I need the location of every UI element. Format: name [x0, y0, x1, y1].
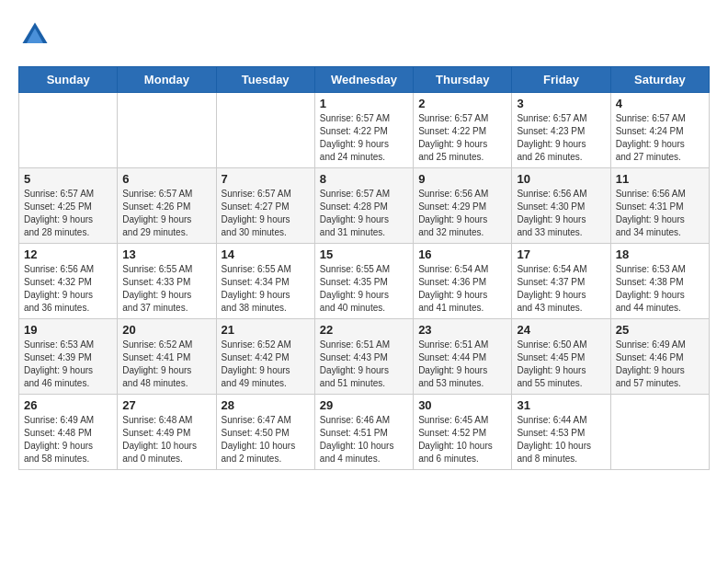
cell-content: Sunrise: 6:52 AMSunset: 4:42 PMDaylight:…	[222, 339, 310, 390]
calendar-cell: 4Sunrise: 6:57 AMSunset: 4:24 PMDaylight…	[610, 93, 709, 168]
day-number: 23	[418, 323, 506, 337]
calendar-cell: 23Sunrise: 6:51 AMSunset: 4:44 PMDayligh…	[414, 319, 512, 395]
day-number: 15	[320, 247, 408, 261]
weekday-header-saturday: Saturday	[610, 67, 709, 93]
calendar-cell	[118, 93, 216, 168]
calendar-cell: 18Sunrise: 6:53 AMSunset: 4:38 PMDayligh…	[610, 244, 709, 319]
calendar-cell: 19Sunrise: 6:53 AMSunset: 4:39 PMDayligh…	[19, 319, 118, 395]
calendar-week-row: 5Sunrise: 6:57 AMSunset: 4:25 PMDaylight…	[19, 168, 710, 244]
cell-content: Sunrise: 6:56 AMSunset: 4:31 PMDaylight:…	[616, 188, 704, 239]
calendar-cell: 31Sunrise: 6:44 AMSunset: 4:53 PMDayligh…	[512, 395, 610, 470]
cell-content: Sunrise: 6:57 AMSunset: 4:23 PMDaylight:…	[517, 112, 605, 164]
cell-content: Sunrise: 6:51 AMSunset: 4:43 PMDaylight:…	[320, 339, 408, 390]
calendar-cell: 11Sunrise: 6:56 AMSunset: 4:31 PMDayligh…	[610, 168, 709, 244]
day-number: 4	[616, 97, 704, 110]
calendar-cell: 15Sunrise: 6:55 AMSunset: 4:35 PMDayligh…	[314, 244, 413, 319]
calendar-cell: 3Sunrise: 6:57 AMSunset: 4:23 PMDaylight…	[512, 93, 610, 168]
day-number: 21	[222, 323, 310, 337]
cell-content: Sunrise: 6:57 AMSunset: 4:27 PMDaylight:…	[222, 188, 310, 239]
calendar-cell: 13Sunrise: 6:55 AMSunset: 4:33 PMDayligh…	[118, 244, 216, 319]
cell-content: Sunrise: 6:52 AMSunset: 4:41 PMDaylight:…	[122, 339, 210, 390]
cell-content: Sunrise: 6:56 AMSunset: 4:30 PMDaylight:…	[517, 188, 605, 239]
weekday-header-sunday: Sunday	[19, 67, 118, 93]
calendar-cell: 10Sunrise: 6:56 AMSunset: 4:30 PMDayligh…	[512, 168, 610, 244]
calendar-week-row: 1Sunrise: 6:57 AMSunset: 4:22 PMDaylight…	[19, 93, 710, 168]
calendar-cell: 29Sunrise: 6:46 AMSunset: 4:51 PMDayligh…	[314, 395, 413, 470]
calendar-cell: 25Sunrise: 6:49 AMSunset: 4:46 PMDayligh…	[610, 319, 709, 395]
day-number: 25	[616, 323, 704, 337]
day-number: 24	[517, 323, 605, 337]
cell-content: Sunrise: 6:44 AMSunset: 4:53 PMDaylight:…	[517, 414, 605, 465]
day-number: 8	[320, 172, 408, 186]
cell-content: Sunrise: 6:57 AMSunset: 4:25 PMDaylight:…	[24, 188, 112, 239]
weekday-header-row: SundayMondayTuesdayWednesdayThursdayFrid…	[19, 67, 710, 93]
calendar-cell: 26Sunrise: 6:49 AMSunset: 4:48 PMDayligh…	[19, 395, 118, 470]
day-number: 29	[320, 398, 408, 412]
day-number: 26	[24, 398, 112, 412]
day-number: 6	[122, 172, 210, 186]
cell-content: Sunrise: 6:51 AMSunset: 4:44 PMDaylight:…	[418, 339, 506, 390]
cell-content: Sunrise: 6:48 AMSunset: 4:49 PMDaylight:…	[122, 414, 210, 465]
cell-content: Sunrise: 6:55 AMSunset: 4:35 PMDaylight:…	[320, 263, 408, 315]
calendar-cell: 17Sunrise: 6:54 AMSunset: 4:37 PMDayligh…	[512, 244, 610, 319]
calendar-cell: 9Sunrise: 6:56 AMSunset: 4:29 PMDaylight…	[414, 168, 512, 244]
day-number: 17	[517, 247, 605, 261]
calendar-header: SundayMondayTuesdayWednesdayThursdayFrid…	[19, 67, 710, 93]
calendar-cell: 2Sunrise: 6:57 AMSunset: 4:22 PMDaylight…	[414, 93, 512, 168]
cell-content: Sunrise: 6:57 AMSunset: 4:28 PMDaylight:…	[320, 188, 408, 239]
cell-content: Sunrise: 6:49 AMSunset: 4:46 PMDaylight:…	[616, 339, 704, 390]
cell-content: Sunrise: 6:57 AMSunset: 4:22 PMDaylight:…	[418, 112, 506, 164]
calendar-cell: 28Sunrise: 6:47 AMSunset: 4:50 PMDayligh…	[216, 395, 314, 470]
day-number: 5	[24, 172, 112, 186]
calendar-cell: 24Sunrise: 6:50 AMSunset: 4:45 PMDayligh…	[512, 319, 610, 395]
cell-content: Sunrise: 6:57 AMSunset: 4:22 PMDaylight:…	[320, 112, 408, 164]
day-number: 31	[517, 398, 605, 412]
day-number: 11	[616, 172, 704, 186]
day-number: 19	[24, 323, 112, 337]
calendar-cell: 12Sunrise: 6:56 AMSunset: 4:32 PMDayligh…	[19, 244, 118, 319]
weekday-header-thursday: Thursday	[414, 67, 512, 93]
calendar-cell: 7Sunrise: 6:57 AMSunset: 4:27 PMDaylight…	[216, 168, 314, 244]
cell-content: Sunrise: 6:57 AMSunset: 4:26 PMDaylight:…	[122, 188, 210, 239]
day-number: 22	[320, 323, 408, 337]
weekday-header-tuesday: Tuesday	[216, 67, 314, 93]
calendar-cell: 30Sunrise: 6:45 AMSunset: 4:52 PMDayligh…	[414, 395, 512, 470]
day-number: 20	[122, 323, 210, 337]
calendar-cell: 16Sunrise: 6:54 AMSunset: 4:36 PMDayligh…	[414, 244, 512, 319]
day-number: 10	[517, 172, 605, 186]
day-number: 13	[122, 247, 210, 261]
day-number: 2	[418, 97, 506, 110]
calendar-cell: 5Sunrise: 6:57 AMSunset: 4:25 PMDaylight…	[19, 168, 118, 244]
calendar-body: 1Sunrise: 6:57 AMSunset: 4:22 PMDaylight…	[19, 93, 710, 470]
day-number: 27	[122, 398, 210, 412]
day-number: 18	[616, 247, 704, 261]
day-number: 16	[418, 247, 506, 261]
calendar-week-row: 12Sunrise: 6:56 AMSunset: 4:32 PMDayligh…	[19, 244, 710, 319]
cell-content: Sunrise: 6:55 AMSunset: 4:33 PMDaylight:…	[122, 263, 210, 315]
cell-content: Sunrise: 6:56 AMSunset: 4:32 PMDaylight:…	[24, 263, 112, 315]
day-number: 7	[222, 172, 310, 186]
day-number: 14	[222, 247, 310, 261]
calendar-week-row: 19Sunrise: 6:53 AMSunset: 4:39 PMDayligh…	[19, 319, 710, 395]
calendar-cell: 27Sunrise: 6:48 AMSunset: 4:49 PMDayligh…	[118, 395, 216, 470]
weekday-header-friday: Friday	[512, 67, 610, 93]
calendar-table: SundayMondayTuesdayWednesdayThursdayFrid…	[18, 66, 710, 470]
cell-content: Sunrise: 6:54 AMSunset: 4:36 PMDaylight:…	[418, 263, 506, 315]
cell-content: Sunrise: 6:45 AMSunset: 4:52 PMDaylight:…	[418, 414, 506, 465]
cell-content: Sunrise: 6:49 AMSunset: 4:48 PMDaylight:…	[24, 414, 112, 465]
day-number: 28	[222, 398, 310, 412]
calendar-week-row: 26Sunrise: 6:49 AMSunset: 4:48 PMDayligh…	[19, 395, 710, 470]
weekday-header-monday: Monday	[118, 67, 216, 93]
calendar-cell: 6Sunrise: 6:57 AMSunset: 4:26 PMDaylight…	[118, 168, 216, 244]
calendar-cell: 1Sunrise: 6:57 AMSunset: 4:22 PMDaylight…	[314, 93, 413, 168]
cell-content: Sunrise: 6:57 AMSunset: 4:24 PMDaylight:…	[616, 112, 704, 164]
cell-content: Sunrise: 6:54 AMSunset: 4:37 PMDaylight:…	[517, 263, 605, 315]
cell-content: Sunrise: 6:56 AMSunset: 4:29 PMDaylight:…	[418, 188, 506, 239]
cell-content: Sunrise: 6:46 AMSunset: 4:51 PMDaylight:…	[320, 414, 408, 465]
cell-content: Sunrise: 6:53 AMSunset: 4:39 PMDaylight:…	[24, 339, 112, 390]
day-number: 1	[320, 97, 408, 110]
calendar-cell: 8Sunrise: 6:57 AMSunset: 4:28 PMDaylight…	[314, 168, 413, 244]
weekday-header-wednesday: Wednesday	[314, 67, 413, 93]
cell-content: Sunrise: 6:47 AMSunset: 4:50 PMDaylight:…	[222, 414, 310, 465]
day-number: 3	[517, 97, 605, 110]
